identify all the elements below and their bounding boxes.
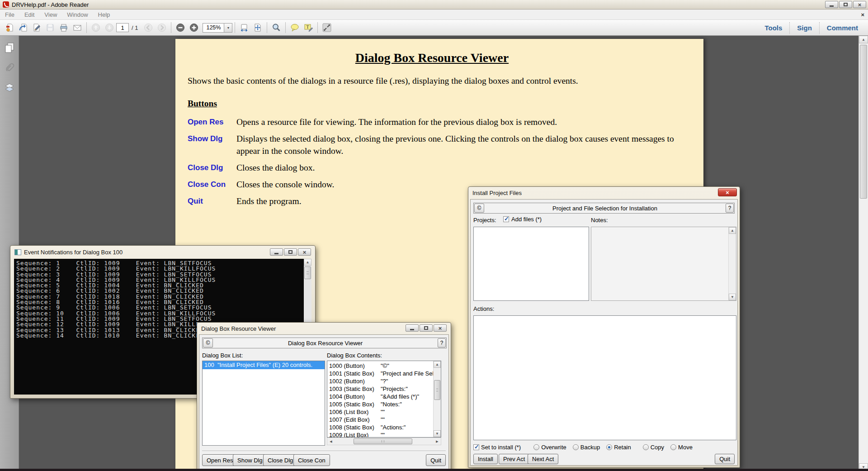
- viewer-quit-button[interactable]: Quit: [426, 454, 446, 466]
- contents-hscrollbar-thumb[interactable]: [354, 438, 412, 444]
- pdf-scrollbar[interactable]: ▲ ▼: [859, 36, 868, 471]
- viewer-close-button[interactable]: ×: [434, 324, 447, 332]
- close-dlg-button[interactable]: Close Dlg: [263, 454, 297, 466]
- comment-button[interactable]: Comment: [820, 24, 865, 32]
- scroll-left-icon[interactable]: ◀: [327, 438, 335, 445]
- search-icon[interactable]: [269, 21, 283, 34]
- set-install-checkbox-group[interactable]: Set to install (*): [473, 444, 521, 451]
- copyright-button[interactable]: ©: [203, 338, 213, 347]
- install-close-button[interactable]: ×: [718, 188, 737, 196]
- scroll-up-icon[interactable]: ▲: [304, 259, 311, 266]
- scroll-down-icon[interactable]: ▼: [729, 294, 736, 300]
- menu-window[interactable]: Window: [62, 11, 93, 18]
- pdf-scrollbar-thumb[interactable]: [860, 45, 867, 199]
- move-radio-group[interactable]: Move: [670, 444, 693, 451]
- save-icon[interactable]: [43, 21, 57, 34]
- console-titlebar[interactable]: Event Notifications for Dialog Box 100: [10, 246, 315, 259]
- install-titlebar[interactable]: Install Project Files: [468, 187, 740, 199]
- menu-edit[interactable]: Edit: [19, 11, 39, 18]
- email-icon[interactable]: [71, 21, 84, 34]
- contents-hscrollbar[interactable]: ◀ ▶: [327, 438, 441, 445]
- copyright-button[interactable]: ©: [474, 204, 484, 213]
- zoom-out-icon[interactable]: [174, 21, 187, 34]
- open-icon[interactable]: [3, 21, 16, 34]
- install-client-area: © Project and File Selection for Install…: [470, 199, 738, 466]
- scroll-right-icon[interactable]: ▶: [434, 438, 441, 445]
- print-icon[interactable]: [57, 21, 71, 34]
- next-view-icon[interactable]: [155, 21, 169, 34]
- console-close-button[interactable]: ×: [298, 248, 311, 256]
- close-con-button[interactable]: Close Con: [293, 454, 330, 466]
- fit-page-icon[interactable]: [251, 21, 264, 34]
- minimize-button[interactable]: [825, 1, 838, 8]
- viewer-maximize-button[interactable]: [420, 324, 433, 332]
- retain-radio-group[interactable]: Retain: [606, 444, 631, 451]
- overwrite-radio[interactable]: [533, 444, 539, 450]
- zoom-in-icon[interactable]: [187, 21, 201, 34]
- install-button[interactable]: Install: [473, 454, 498, 464]
- viewer-header-bar: © Dialog Box Resource Viewer ?: [202, 338, 447, 348]
- restore-button[interactable]: [839, 1, 852, 8]
- menu-help[interactable]: Help: [93, 11, 115, 18]
- help-button[interactable]: ?: [726, 204, 734, 213]
- console-minimize-button[interactable]: [270, 248, 283, 256]
- next-act-button[interactable]: Next Act: [528, 454, 558, 464]
- backup-radio[interactable]: [573, 444, 579, 450]
- copy-radio[interactable]: [643, 444, 649, 450]
- scroll-up-icon[interactable]: ▲: [729, 227, 736, 234]
- add-files-checkbox-group[interactable]: Add files (*): [503, 216, 542, 223]
- contents-scrollbar-thumb[interactable]: [434, 380, 440, 400]
- text-note-icon[interactable]: T: [302, 21, 315, 34]
- show-dlg-button[interactable]: Show Dlg: [233, 454, 267, 466]
- scroll-up-icon[interactable]: ▲: [434, 361, 441, 368]
- retain-radio[interactable]: [606, 444, 612, 450]
- page-down-icon[interactable]: [103, 21, 116, 34]
- move-radio[interactable]: [670, 444, 676, 450]
- projects-list[interactable]: [473, 227, 589, 301]
- close-button[interactable]: ×: [853, 1, 866, 8]
- page-up-icon[interactable]: [89, 21, 103, 34]
- set-install-checkbox[interactable]: [473, 444, 479, 450]
- page-thumbnails-icon[interactable]: [4, 42, 19, 56]
- document-area: Dialog Box Resource Viewer Shows the bas…: [0, 36, 868, 471]
- attachments-icon[interactable]: [4, 62, 19, 76]
- fullscreen-icon[interactable]: [320, 21, 334, 34]
- page-number-input[interactable]: [116, 23, 129, 32]
- contents-row: 1008 (Static Box)"Actions:": [327, 423, 433, 431]
- sign-document-icon[interactable]: [30, 21, 43, 34]
- tools-button[interactable]: Tools: [757, 24, 789, 32]
- selected-list-item[interactable]: 100 "Install Project Files" (E) 20 contr…: [203, 361, 325, 369]
- copy-radio-group[interactable]: Copy: [643, 444, 664, 451]
- console-scrollbar-thumb[interactable]: [304, 266, 311, 279]
- menu-file[interactable]: File: [0, 11, 19, 18]
- overwrite-radio-group[interactable]: Overwrite: [533, 444, 566, 451]
- prev-act-button[interactable]: Prev Act: [499, 454, 529, 464]
- sign-button[interactable]: Sign: [790, 24, 819, 32]
- share-document-icon[interactable]: [16, 21, 30, 34]
- menubar-close-icon[interactable]: ×: [861, 11, 864, 18]
- scroll-down-icon[interactable]: ▼: [434, 430, 441, 437]
- help-button[interactable]: ?: [438, 338, 446, 347]
- install-quit-button[interactable]: Quit: [715, 454, 735, 464]
- contents-scrollbar[interactable]: ▲ ▼: [433, 361, 441, 437]
- scroll-up-icon[interactable]: ▲: [859, 36, 868, 43]
- console-maximize-button[interactable]: [284, 248, 297, 256]
- notes-scrollbar[interactable]: ▲ ▼: [728, 227, 736, 300]
- layers-icon[interactable]: [4, 83, 19, 96]
- dialog-box-list[interactable]: 100 "Install Project Files" (E) 20 contr…: [202, 361, 325, 446]
- prev-view-icon[interactable]: [142, 21, 155, 34]
- fit-width-icon[interactable]: [237, 21, 251, 34]
- open-res-button[interactable]: Open Res: [202, 454, 238, 466]
- zoom-level-value[interactable]: 125%: [203, 23, 224, 33]
- zoom-dropdown-arrow[interactable]: ▼: [224, 23, 232, 33]
- actions-list[interactable]: [473, 315, 736, 440]
- notes-panel[interactable]: ▲ ▼: [591, 227, 736, 301]
- contents-row: 1003 (Static Box)"Projects:": [327, 385, 433, 393]
- add-files-checkbox[interactable]: [503, 216, 509, 222]
- comment-bubble-icon[interactable]: [288, 21, 302, 34]
- viewer-minimize-button[interactable]: [406, 324, 419, 332]
- menu-view[interactable]: View: [39, 11, 62, 18]
- pdf-doc-title: Dialog Box Resource Viewer: [188, 51, 676, 65]
- backup-radio-group[interactable]: Backup: [573, 444, 600, 451]
- dialog-box-contents-list[interactable]: 1000 (Button)"©" 1001 (Static Box)"Proje…: [327, 361, 441, 438]
